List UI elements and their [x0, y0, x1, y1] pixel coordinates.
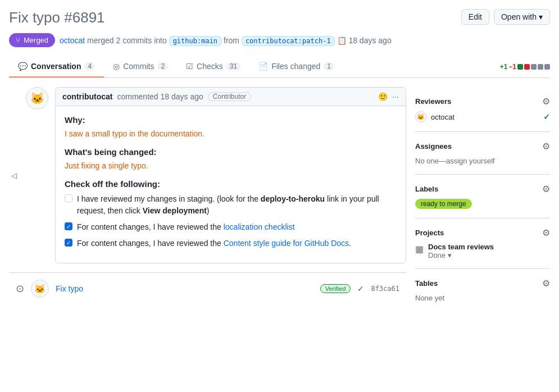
tab-files-badge: 1: [324, 62, 334, 70]
sidebar-projects: Projects ⚙ ▦ Docs team reviews Done ▾: [415, 218, 550, 269]
commit-hash: 8f3ca61: [371, 285, 399, 293]
more-options-icon[interactable]: ···: [392, 92, 399, 101]
main-content: ◁ 🐱 contributocat commented 18 days ago …: [9, 87, 550, 311]
meta-time: 18 days ago: [348, 36, 391, 45]
projects-title: Projects: [415, 229, 444, 237]
checklist-item-2: ✓ For content changes, I have reviewed t…: [65, 221, 397, 233]
conversation-icon: 💬: [18, 62, 28, 71]
merge-icon: ⑂: [16, 36, 20, 44]
sidebar-labels-header: Labels ⚙: [415, 184, 550, 194]
diff-stats: +1 −1: [500, 63, 550, 71]
reviewers-gear-icon[interactable]: ⚙: [542, 96, 550, 107]
collapse-button[interactable]: ◁: [9, 87, 19, 263]
diff-block-gray3: [544, 64, 550, 70]
project-status: Done ▾: [428, 251, 494, 259]
contributor-badge: Contributor: [208, 92, 251, 101]
checkbox-1[interactable]: [65, 194, 72, 202]
sidebar-reviewers-header: Reviewers ⚙: [415, 96, 550, 107]
header-actions: Edit Open with ▾: [461, 9, 550, 25]
section-why-title: Why:: [65, 115, 397, 125]
project-status-text: Done: [428, 251, 446, 259]
commits-icon: ◎: [113, 62, 120, 71]
commit-check-icon: ✓: [357, 284, 364, 293]
sidebar: Reviewers ⚙ 🐱 octocat ✓ Assignees ⚙ No o…: [415, 87, 550, 311]
tables-gear-icon[interactable]: ⚙: [542, 278, 550, 289]
base-branch: github:main: [169, 36, 221, 46]
tab-conversation-badge: 4: [84, 62, 95, 70]
sidebar-tables-header: Tables ⚙: [415, 278, 550, 289]
sidebar-assignees: Assignees ⚙ No one—assign yourself: [415, 132, 550, 175]
edit-button[interactable]: Edit: [461, 9, 489, 25]
checkbox-2[interactable]: ✓: [65, 222, 72, 230]
tab-commits-badge: 2: [157, 62, 168, 70]
tabs-container: 💬 Conversation 4 ◎ Commits 2 ☑ Checks 31…: [9, 56, 550, 78]
comment-time: commented 18 days ago: [117, 92, 203, 101]
tab-conversation-label: Conversation: [31, 62, 81, 71]
sidebar-labels: Labels ⚙ ready to merge: [415, 175, 550, 218]
section-what-title: What's being changed:: [65, 147, 397, 157]
diff-deletions: −1: [508, 63, 516, 71]
pr-number: #6891: [64, 9, 104, 26]
tab-checks-label: Checks: [197, 62, 223, 71]
copy-icon[interactable]: 📋: [337, 36, 349, 45]
diff-block-gray2: [538, 64, 543, 70]
labels-gear-icon[interactable]: ⚙: [542, 184, 550, 194]
tab-commits[interactable]: ◎ Commits 2: [104, 56, 177, 78]
pr-title: Fix typo #6891: [9, 9, 105, 26]
commit-row: ⊙ 🐱 Fix typo Verified ✓ 8f3ca61: [9, 272, 406, 304]
checklist-text-3: For content changes, I have reviewed the…: [77, 238, 351, 249]
commit-title-link[interactable]: Fix typo: [56, 284, 313, 293]
emoji-icon[interactable]: 🙂: [378, 92, 388, 101]
comment-body: Why: I saw a small typo in the documenta…: [56, 106, 406, 263]
project-status-chevron[interactable]: ▾: [448, 251, 452, 259]
assignees-gear-icon[interactable]: ⚙: [542, 141, 550, 152]
deploy-heroku-link: deploy-to-heroku: [261, 194, 325, 203]
pr-title-text: Fix typo: [9, 9, 60, 26]
verified-badge: Verified: [320, 284, 351, 293]
diff-block-red: [524, 64, 530, 70]
diff-block-green: [517, 64, 523, 70]
sidebar-assignees-header: Assignees ⚙: [415, 141, 550, 152]
checklist-item-1: I have reviewed my changes in staging. (…: [65, 193, 397, 217]
comment-container: ◁ 🐱 contributocat commented 18 days ago …: [9, 87, 406, 263]
reviewer-row: 🐱 octocat ✓: [415, 111, 550, 122]
comment-timestamp: 18 days ago: [161, 92, 203, 101]
chevron-down-icon: ▾: [539, 12, 543, 21]
checklist-text-1: I have reviewed my changes in staging. (…: [77, 193, 397, 217]
tables-title: Tables: [415, 279, 438, 288]
tab-files-changed[interactable]: 📄 Files changed 1: [249, 56, 343, 78]
head-branch: contributocat:patch-1: [242, 36, 335, 46]
commits-count: 2 commits: [116, 36, 154, 45]
comment-box: contributocat commented 18 days ago Cont…: [55, 87, 406, 263]
meta-into: into: [154, 36, 169, 45]
reviewer-name: octocat: [431, 113, 539, 121]
reviewers-title: Reviewers: [415, 97, 451, 106]
comment-actions: 🙂 ···: [378, 92, 399, 101]
localization-link[interactable]: localization checklist: [224, 222, 295, 231]
style-guide-link[interactable]: Content style guide for GitHub Docs: [224, 239, 349, 248]
labels-title: Labels: [415, 185, 438, 193]
tab-checks-badge: 31: [226, 62, 240, 70]
project-row: ▦ Docs team reviews Done ▾: [415, 243, 550, 259]
assignees-empty: No one—assign yourself: [415, 157, 495, 165]
open-with-button[interactable]: Open with ▾: [494, 9, 550, 25]
conversation-area: ◁ 🐱 contributocat commented 18 days ago …: [9, 87, 406, 311]
author-link[interactable]: octocat: [60, 36, 85, 45]
diff-block-gray: [531, 64, 537, 70]
commit-avatar: 🐱: [31, 280, 49, 298]
tab-conversation[interactable]: 💬 Conversation 4: [9, 56, 104, 78]
files-icon: 📄: [258, 62, 268, 71]
pr-meta: ⑂ Merged octocat merged 2 commits into g…: [9, 33, 550, 47]
checklist-text-2: For content changes, I have reviewed the…: [77, 221, 295, 233]
section-why-text: I saw a small typo in the documentation.: [65, 129, 397, 138]
projects-gear-icon[interactable]: ⚙: [542, 227, 550, 238]
tab-checks[interactable]: ☑ Checks 31: [177, 56, 249, 78]
checkbox-3[interactable]: ✓: [65, 239, 72, 247]
tab-files-label: Files changed: [271, 62, 320, 71]
label-ready-to-merge[interactable]: ready to merge: [415, 199, 472, 209]
merged-badge: ⑂ Merged: [9, 33, 55, 47]
comment-author[interactable]: contributocat: [62, 92, 112, 101]
sidebar-reviewers: Reviewers ⚙ 🐱 octocat ✓: [415, 87, 550, 132]
section-checklist-title: Check off the following:: [65, 179, 397, 189]
checklist-item-3: ✓ For content changes, I have reviewed t…: [65, 238, 397, 249]
